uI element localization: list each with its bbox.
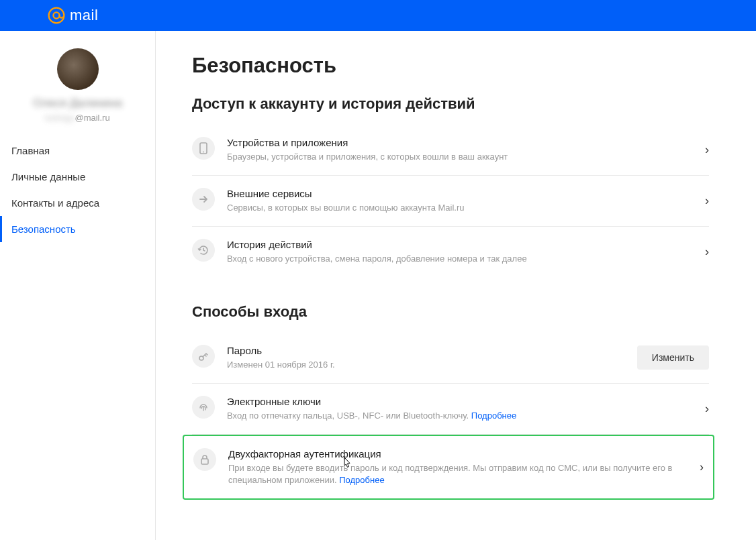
row-history[interactable]: История действий Вход с нового устройств… — [192, 227, 709, 277]
nav-item-personal[interactable]: Личные данные — [0, 164, 155, 190]
row-desc: При входе вы будете вводить пароль и код… — [228, 462, 688, 486]
nav-item-contacts[interactable]: Контакты и адреса — [0, 190, 155, 216]
profile-email: kolinigo@mail.ru — [12, 113, 143, 123]
svg-rect-5 — [201, 459, 208, 464]
row-password[interactable]: Пароль Изменен 01 ноября 2016 г. Изменит… — [192, 333, 709, 384]
row-desc: Изменен 01 ноября 2016 г. — [227, 359, 625, 371]
row-devices[interactable]: Устройства и приложения Браузеры, устрой… — [192, 125, 709, 176]
row-2fa[interactable]: Двухфакторная аутентификация При входе в… — [183, 435, 714, 500]
nav-list: Главная Личные данные Контакты и адреса … — [0, 138, 155, 242]
svg-point-3 — [203, 152, 204, 153]
section-heading: Способы входа — [192, 303, 709, 321]
logo[interactable]: mail — [47, 6, 98, 25]
at-icon — [47, 6, 66, 25]
chevron-right-icon: › — [700, 460, 704, 474]
row-title: Устройства и приложения — [227, 137, 693, 148]
arrow-right-icon — [192, 188, 215, 211]
row-title: Двухфакторная аутентификация — [228, 448, 688, 460]
change-password-button[interactable]: Изменить — [637, 345, 709, 370]
row-desc: Вход по отпечатку пальца, USB-, NFC- или… — [227, 410, 693, 422]
svg-point-1 — [53, 12, 59, 18]
sidebar: Олеся Далинина kolinigo@mail.ru Главная … — [0, 31, 156, 540]
history-icon — [192, 239, 215, 262]
phone-icon — [192, 137, 215, 160]
nav-item-main[interactable]: Главная — [0, 138, 155, 164]
logo-text: mail — [70, 7, 98, 24]
profile-block: Олеся Далинина kolinigo@mail.ru — [0, 48, 155, 138]
svg-point-0 — [49, 8, 64, 23]
section-heading: Доступ к аккаунту и история действий — [192, 95, 709, 113]
row-title: История действий — [227, 239, 693, 250]
chevron-right-icon: › — [705, 143, 709, 157]
more-link[interactable]: Подробнее — [471, 411, 516, 421]
row-desc: Вход с нового устройства, смена пароля, … — [227, 253, 693, 265]
section-access: Доступ к аккаунту и история действий Уст… — [192, 95, 709, 278]
section-login-methods: Способы входа Пароль Изменен 01 ноября 2… — [192, 303, 709, 500]
chevron-right-icon: › — [705, 245, 709, 259]
key-icon — [192, 345, 215, 368]
lock-icon — [193, 448, 216, 471]
more-link[interactable]: Подробнее — [339, 475, 384, 485]
nav-item-security[interactable]: Безопасность — [0, 216, 155, 242]
app-header: mail — [0, 0, 756, 31]
row-desc: Браузеры, устройства и приложения, с кот… — [227, 151, 693, 163]
row-title: Пароль — [227, 345, 625, 356]
row-desc: Сервисы, в которых вы вошли с помощью ак… — [227, 202, 693, 214]
chevron-right-icon: › — [705, 194, 709, 208]
chevron-right-icon: › — [705, 402, 709, 416]
row-external-services[interactable]: Внешние сервисы Сервисы, в которых вы во… — [192, 176, 709, 227]
row-title: Внешние сервисы — [227, 188, 693, 199]
row-title: Электронные ключи — [227, 396, 693, 407]
fingerprint-icon — [192, 396, 215, 419]
main-content: Безопасность Доступ к аккаунту и история… — [156, 31, 756, 540]
row-ekeys[interactable]: Электронные ключи Вход по отпечатку паль… — [192, 384, 709, 435]
page-title: Безопасность — [192, 54, 709, 78]
profile-name: Олеся Далинина — [12, 97, 143, 110]
avatar[interactable] — [57, 48, 99, 90]
